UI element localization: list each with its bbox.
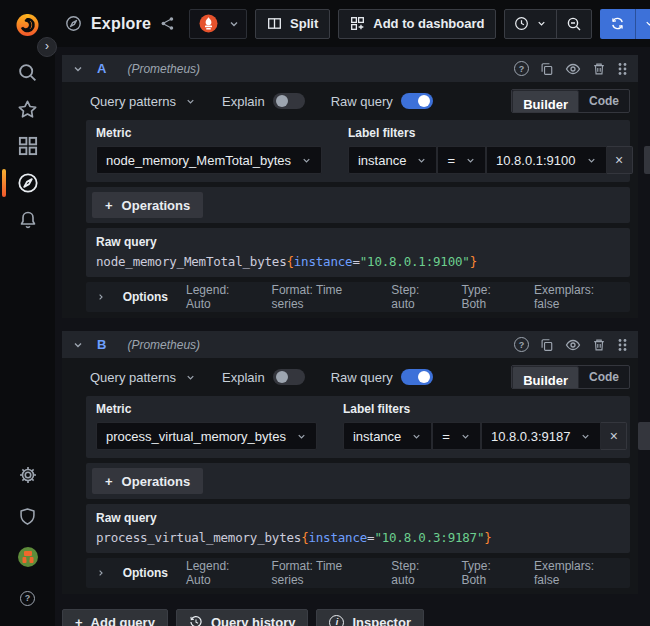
refresh-interval-dropdown[interactable] [635, 9, 650, 39]
duplicate-query-icon[interactable] [540, 62, 554, 76]
label-filters-label: Label filters [343, 402, 650, 416]
filter-operator-select[interactable]: = [437, 146, 486, 174]
add-filter-button[interactable]: + [638, 422, 650, 450]
drag-handle-icon[interactable] [617, 62, 628, 76]
topbar: Explore [55, 0, 650, 47]
query-ref-id[interactable]: B [97, 337, 106, 352]
filter-key-select[interactable]: instance [343, 422, 432, 450]
topbar-actions: Split Add to dashboard [255, 9, 650, 39]
query-a-toolbar: Query patterns Explain Raw query Builder… [86, 89, 630, 113]
explain-label: Explain [222, 94, 265, 109]
favorites-star-icon[interactable] [0, 97, 55, 121]
options-type: Type: Both [461, 559, 517, 587]
history-icon [189, 615, 203, 626]
remove-filter-button[interactable]: × [601, 422, 627, 450]
add-query-button[interactable]: + Add query [62, 609, 168, 626]
query-b-editor: Query patterns Explain Raw query Builder… [62, 358, 638, 594]
inspector-button[interactable]: i Inspector [316, 609, 424, 626]
remove-filter-button[interactable]: × [607, 146, 633, 174]
hide-response-eye-icon[interactable] [565, 337, 581, 353]
metric-group: Metric process_virtual_memory_bytes [96, 402, 317, 450]
code-mode-button[interactable]: Code [579, 366, 629, 388]
refresh-icon[interactable] [600, 9, 635, 39]
metric-select[interactable]: process_virtual_memory_bytes [96, 422, 317, 450]
metric-select[interactable]: node_memory_MemTotal_bytes [96, 146, 322, 174]
zoom-out-button[interactable] [556, 10, 591, 38]
filter-value-select[interactable]: 10.8.0.1:9100 [486, 146, 607, 174]
builder-mode-button[interactable]: Builder [512, 90, 579, 113]
query-ref-id[interactable]: A [97, 61, 106, 76]
explore-footer: + Add query Query history i Inspector [62, 609, 638, 626]
add-operation-button[interactable]: + Operations [92, 468, 203, 494]
code-mode-button[interactable]: Code [579, 90, 629, 112]
dashboards-icon[interactable] [0, 134, 55, 158]
help-icon[interactable]: ? [514, 61, 529, 76]
query-a-editor: Query patterns Explain Raw query Builder… [62, 82, 638, 318]
remove-query-trash-icon[interactable] [592, 62, 606, 76]
options-title: Options [123, 566, 168, 580]
split-button[interactable]: Split [255, 9, 330, 39]
remove-query-trash-icon[interactable] [592, 338, 606, 352]
query-patterns-dropdown[interactable]: Query patterns [86, 94, 196, 109]
run-query-button[interactable] [600, 9, 650, 39]
filter-value-select[interactable]: 10.8.0.3:9187 [481, 422, 602, 450]
help-icon[interactable]: ? [514, 337, 529, 352]
explain-switch[interactable] [273, 369, 305, 385]
search-icon[interactable] [0, 60, 55, 84]
label-filters-group: Label filters instance = 10.8. [343, 402, 650, 450]
label-filters-group: Label filters instance = 10.8. [348, 126, 650, 174]
drag-handle-icon[interactable] [617, 338, 628, 352]
operations-card: + Operations [86, 187, 630, 223]
user-avatar[interactable] [0, 545, 55, 569]
chevron-right-icon [96, 568, 106, 578]
raw-query-switch[interactable] [401, 369, 433, 385]
add-operation-button[interactable]: + Operations [92, 192, 203, 218]
raw-query-label: Raw query [331, 94, 393, 109]
admin-shield-icon[interactable] [0, 504, 55, 528]
expand-sidebar-button[interactable]: › [37, 37, 57, 57]
filter-key-select[interactable]: instance [348, 146, 437, 174]
query-b-actions: ? [514, 337, 628, 353]
query-b-header[interactable]: B (Prometheus) ? [62, 331, 638, 358]
options-format: Format: Time series [272, 283, 375, 311]
options-exemplars: Exemplars: false [534, 559, 620, 587]
query-patterns-dropdown[interactable]: Query patterns [86, 370, 196, 385]
hide-response-eye-icon[interactable] [565, 61, 581, 77]
raw-query-switch[interactable] [401, 93, 433, 109]
time-picker-group [504, 9, 592, 39]
options-collapsible[interactable]: Options Legend: Auto Format: Time series… [86, 558, 630, 588]
explain-switch[interactable] [273, 93, 305, 109]
filter-operator-select[interactable]: = [432, 422, 481, 450]
metric-group: Metric node_memory_MemTotal_bytes [96, 126, 322, 174]
collapse-chevron-icon[interactable] [72, 63, 84, 75]
add-filter-button[interactable]: + [644, 146, 650, 174]
main-area: Explore [55, 0, 650, 626]
duplicate-query-icon[interactable] [540, 338, 554, 352]
sidebar: › [0, 0, 55, 626]
explore-compass-icon[interactable] [0, 171, 55, 195]
explain-label: Explain [222, 370, 265, 385]
time-picker-button[interactable] [505, 10, 556, 38]
settings-gear-icon[interactable] [0, 463, 55, 487]
chevron-right-icon [96, 292, 106, 302]
options-format: Format: Time series [272, 559, 375, 587]
datasource-picker[interactable] [189, 9, 247, 39]
builder-mode-button[interactable]: Builder [512, 366, 579, 389]
plus-icon: + [105, 474, 113, 489]
sidebar-bottom: ? [0, 463, 55, 626]
share-icon[interactable] [160, 16, 175, 31]
collapse-chevron-icon[interactable] [72, 339, 84, 351]
alerting-bell-icon[interactable] [0, 208, 55, 232]
query-history-button[interactable]: Query history [176, 609, 309, 626]
options-type: Type: Both [461, 283, 517, 311]
chevron-down-icon [228, 18, 240, 30]
query-a-header[interactable]: A (Prometheus) ? [62, 55, 638, 82]
options-collapsible[interactable]: Options Legend: Auto Format: Time series… [86, 282, 630, 312]
grafana-logo-icon[interactable] [14, 11, 41, 38]
help-icon[interactable]: ? [0, 586, 55, 610]
label-filter-row: instance = 10.8.0.3:9187 × [343, 422, 650, 450]
operations-card: + Operations [86, 463, 630, 499]
explain-toggle-group: Explain [222, 369, 305, 385]
query-row-b: B (Prometheus) ? [62, 331, 638, 594]
add-to-dashboard-button[interactable]: Add to dashboard [338, 9, 496, 39]
